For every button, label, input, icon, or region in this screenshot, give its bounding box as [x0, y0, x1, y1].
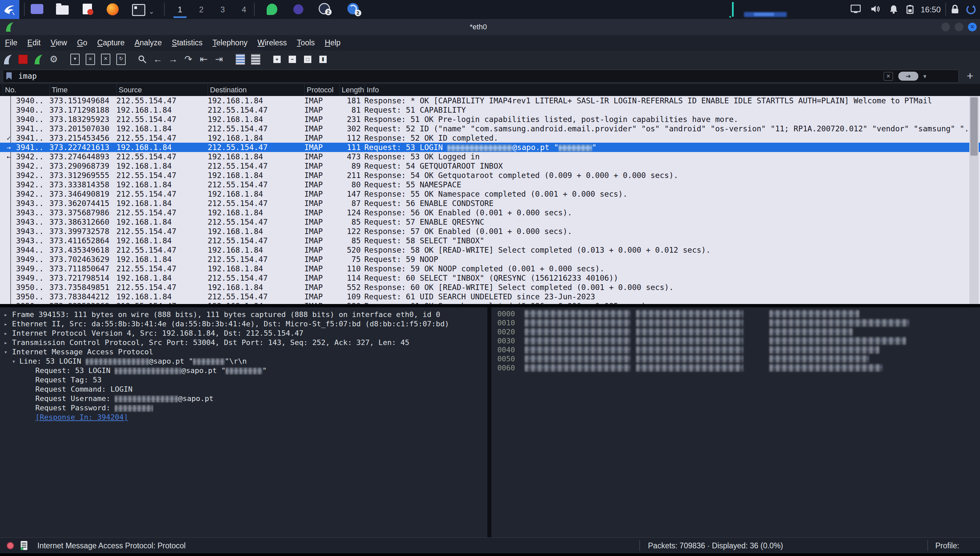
- detail-line[interactable]: ▸Frame 394153: 111 bytes on wire (888 bi…: [0, 310, 488, 319]
- go-back-icon[interactable]: ←: [150, 53, 165, 66]
- find-packet-icon[interactable]: [135, 53, 150, 66]
- collapse-icon[interactable]: ▾: [12, 357, 15, 366]
- go-last-packet-icon[interactable]: ⇥: [211, 53, 227, 66]
- notifications-bell-icon[interactable]: [890, 5, 898, 15]
- hex-row[interactable]: 0040: [491, 345, 980, 354]
- expand-icon[interactable]: ▸: [4, 319, 7, 329]
- capture-comment-icon[interactable]: [21, 541, 27, 550]
- volume-icon[interactable]: [871, 5, 880, 15]
- expand-icon[interactable]: ▸: [4, 329, 7, 338]
- packet-row[interactable]: 3943..373.399732578212.55.154.47192.168.…: [0, 227, 980, 236]
- packet-row[interactable]: 3940..373.171298188192.168.1.84212.55.15…: [0, 105, 980, 115]
- restart-capture-icon[interactable]: [31, 53, 46, 66]
- display-filter-input[interactable]: imap ✕ ➔ ▾: [3, 70, 959, 82]
- packet-row[interactable]: ←3942..373.274644893212.55.154.47192.168…: [0, 152, 980, 161]
- reload-capture-file-icon[interactable]: ↻: [113, 53, 129, 66]
- collapse-icon[interactable]: ▾: [4, 348, 7, 357]
- detail-line[interactable]: ▸Internet Protocol Version 4, Src: 192.1…: [0, 329, 488, 338]
- packet-row[interactable]: 3949..373.721798514192.168.1.84212.55.15…: [0, 273, 980, 283]
- pane-divider-vertical[interactable]: [488, 307, 491, 537]
- go-forward-icon[interactable]: →: [165, 53, 181, 66]
- menu-go[interactable]: Go: [72, 35, 92, 51]
- packet-row[interactable]: 3950..373.735849851212.55.154.47192.168.…: [0, 283, 980, 292]
- layout-icon[interactable]: [248, 53, 263, 66]
- filter-dropdown-icon[interactable]: ▾: [923, 73, 926, 80]
- packet-row[interactable]: 3941..373.201507030192.168.1.84212.55.15…: [0, 124, 980, 133]
- zoom-out-icon[interactable]: −: [285, 53, 300, 66]
- menu-capture[interactable]: Capture: [92, 35, 130, 51]
- detail-line[interactable]: ▾Line: 53 LOGIN @sapo.pt ""\r\n: [0, 357, 488, 366]
- resize-columns-icon[interactable]: ⫴: [315, 53, 331, 66]
- detail-line[interactable]: ▸Ethernet II, Src: da:55:8b:3b:41:4e (da…: [0, 319, 488, 329]
- packet-row[interactable]: 3942..373.290968739192.168.1.84212.55.15…: [0, 161, 980, 171]
- column-header-time[interactable]: Time: [49, 84, 68, 96]
- battery-icon[interactable]: [906, 5, 914, 15]
- colorize-packets-icon[interactable]: [232, 53, 248, 66]
- packet-row[interactable]: 3942..373.312969555212.55.154.47192.168.…: [0, 171, 980, 180]
- column-header-no[interactable]: No.: [3, 84, 16, 96]
- detail-line[interactable]: Request Password:: [0, 403, 488, 413]
- workspace-4[interactable]: 4: [235, 0, 253, 19]
- column-header-length[interactable]: Length: [339, 84, 364, 96]
- add-filter-button[interactable]: +: [967, 68, 974, 84]
- packet-row[interactable]: 3949..373.711850647212.55.154.47192.168.…: [0, 264, 980, 273]
- hex-row[interactable]: 0030: [491, 336, 980, 345]
- detail-line[interactable]: [Response In: 394204]: [0, 413, 488, 422]
- menu-telephony[interactable]: Telephony: [208, 35, 253, 51]
- packet-row[interactable]: 3943..373.386312660192.168.1.84212.55.15…: [0, 217, 980, 227]
- packet-row[interactable]: 3950..373.882533868212.55.154.47192.168.…: [0, 301, 980, 304]
- hex-row[interactable]: 0020: [491, 327, 980, 336]
- detail-line[interactable]: Request Username: @sapo.pt: [0, 394, 488, 403]
- go-to-packet-icon[interactable]: ↷: [181, 53, 196, 66]
- menu-wireless[interactable]: Wireless: [252, 35, 292, 51]
- menu-help[interactable]: Help: [320, 35, 346, 51]
- expand-icon[interactable]: ▸: [4, 338, 7, 348]
- packet-row[interactable]: 3943..373.362074415192.168.1.84212.55.15…: [0, 199, 980, 208]
- packet-list-scrollbar[interactable]: [969, 96, 979, 304]
- hex-row[interactable]: 0060: [491, 363, 980, 372]
- filter-bookmark-icon[interactable]: [6, 72, 12, 80]
- menu-analyze[interactable]: Analyze: [130, 35, 167, 51]
- packet-row[interactable]: 3949..373.702463629192.168.1.84212.55.15…: [0, 255, 980, 264]
- column-header-source[interactable]: Source: [116, 84, 142, 96]
- start-capture-icon[interactable]: [0, 53, 15, 66]
- app-icon[interactable]: [293, 4, 304, 15]
- packet-row[interactable]: 3943..373.411652864192.168.1.84212.55.15…: [0, 236, 980, 245]
- window-titlebar[interactable]: *eth0 ✕: [0, 19, 980, 35]
- detail-line[interactable]: ▸Transmission Control Protocol, Src Port…: [0, 338, 488, 348]
- column-header-info[interactable]: Info: [364, 84, 379, 96]
- packet-row[interactable]: 3943..373.375687986212.55.154.47192.168.…: [0, 208, 980, 217]
- clear-filter-icon[interactable]: ✕: [884, 72, 893, 81]
- column-header-protocol[interactable]: Protocol: [304, 84, 334, 96]
- packet-row[interactable]: 3944..373.435349618212.55.154.47192.168.…: [0, 245, 980, 255]
- stop-capture-icon[interactable]: [15, 53, 31, 66]
- display-icon[interactable]: [851, 5, 861, 15]
- pane-divider[interactable]: [0, 304, 980, 307]
- menu-statistics[interactable]: Statistics: [167, 35, 208, 51]
- packet-row[interactable]: 3940..373.151949684212.55.154.47192.168.…: [0, 96, 980, 105]
- packet-row[interactable]: ✓3941..373.215453456212.55.154.47192.168…: [0, 133, 980, 143]
- menu-edit[interactable]: Edit: [22, 35, 46, 51]
- hex-row[interactable]: 0050: [491, 354, 980, 363]
- power-icon[interactable]: [966, 5, 976, 16]
- apply-filter-icon[interactable]: ➔: [898, 72, 918, 81]
- menu-view[interactable]: View: [46, 35, 72, 51]
- packet-row[interactable]: 3942..373.346490819212.55.154.47192.168.…: [0, 189, 980, 199]
- detail-line[interactable]: Request Tag: 53: [0, 375, 488, 385]
- detail-line[interactable]: Request Command: LOGIN: [0, 385, 488, 394]
- menu-file[interactable]: File: [0, 35, 22, 51]
- packet-row[interactable]: 3942..373.333814358192.168.1.84212.55.15…: [0, 180, 980, 189]
- app-icon-with-badge[interactable]: 2: [347, 3, 358, 15]
- workspace-1[interactable]: 1: [171, 0, 189, 19]
- expand-icon[interactable]: ▸: [4, 310, 7, 319]
- scrollbar-thumb[interactable]: [970, 97, 978, 156]
- maximize-button[interactable]: [955, 23, 963, 31]
- close-button[interactable]: ✕: [968, 23, 977, 31]
- detail-line[interactable]: Request: 53 LOGIN @sapo.pt "": [0, 366, 488, 375]
- packet-row-selected[interactable]: →3941..373.227421613192.168.1.84212.55.1…: [0, 143, 980, 152]
- zoom-reset-icon[interactable]: □: [300, 53, 315, 66]
- lock-icon[interactable]: [951, 5, 959, 15]
- detail-line[interactable]: ▾Internet Message Access Protocol: [0, 348, 488, 357]
- terminal-icon[interactable]: [31, 4, 44, 14]
- go-first-packet-icon[interactable]: ⇤: [196, 53, 211, 66]
